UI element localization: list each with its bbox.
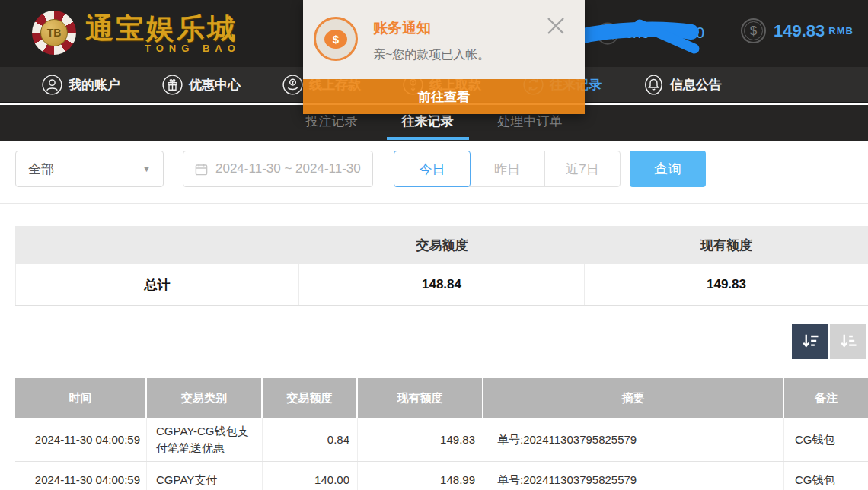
nav-item-my-account[interactable]: 我的账户 [42,75,120,95]
balance-display[interactable]: $ 149.83 RMB [741,18,854,43]
sort-descending-icon [799,331,821,352]
range-today-button[interactable]: 今日 [394,151,471,187]
notification-popup: $ 账务通知 亲~您的款项已入帐。 前往查看 [303,0,585,114]
type-dropdown[interactable]: 全部 ▼ [15,151,164,187]
sort-descending-button[interactable] [792,324,828,359]
chip-label: TB [40,19,68,46]
summary-header-current-amount: 现有额度 [585,226,868,264]
type-dropdown-value: 全部 [28,161,142,178]
range-last7days-button[interactable]: 近7日 [545,151,620,186]
sort-ascending-icon [838,331,859,352]
date-range-picker[interactable]: 2024-11-30 ~ 2024-11-30 [183,151,373,187]
brand-name-cn: 通宝娱乐城 [85,13,241,43]
brand-text: 通宝娱乐城 TONG BAO [85,13,241,53]
summary-total-trade-amount: 148.84 [299,264,585,305]
col-header-current-amount: 现有额度 [358,378,483,418]
chevron-down-icon: ▼ [142,164,151,173]
section-divider [0,203,868,204]
table-row: 2024-11-30 04:00:59 CGPAY支付 140.00 148.9… [15,462,868,490]
sort-controls [792,324,866,359]
money-message-icon: $ [314,17,358,61]
balance-amount: 149.83 [774,21,825,41]
calendar-icon [194,162,209,177]
col-header-time: 时间 [15,378,147,418]
go-view-button[interactable]: 前往查看 [303,79,585,114]
site-logo[interactable]: TB 通宝娱乐城 TONG BAO [32,11,241,55]
col-header-note: 备注 [784,378,868,418]
col-header-trade-amount: 交易额度 [263,378,358,418]
dollar-icon: $ [741,18,766,43]
notification-body: $ 账务通知 亲~您的款项已入帐。 [303,0,585,79]
summary-header-row: 交易额度 现有额度 [15,226,868,264]
summary-header-empty [15,226,299,264]
brand-name-en: TONG BAO [145,43,241,53]
quick-range-group: 今日 昨日 近7日 [394,151,621,187]
search-button[interactable]: 查询 [630,151,706,187]
deposit-icon [282,75,303,95]
nav-item-promotions[interactable]: 优惠中心 [162,75,241,95]
summary-table: 交易额度 现有额度 总计 148.84 149.83 [15,226,868,306]
summary-total-label: 总计 [15,264,299,305]
sort-ascending-button[interactable] [830,324,866,359]
close-icon[interactable] [544,14,568,38]
range-yesterday-button[interactable]: 昨日 [470,151,545,186]
nav-item-announcements[interactable]: 信息公告 [643,75,722,95]
records-header-row: 时间 交易类别 交易额度 现有额度 摘要 备注 [15,378,868,418]
censor-scribble [570,14,707,56]
gift-icon [162,75,183,95]
bell-icon [643,75,664,95]
notification-message: 亲~您的款项已入帐。 [373,47,490,63]
summary-total-row: 总计 148.84 149.83 [15,264,868,306]
records-table: 时间 交易类别 交易额度 现有额度 摘要 备注 2024-11-30 04:00… [15,378,868,490]
col-header-type: 交易类别 [147,378,263,418]
date-range-value: 2024-11-30 ~ 2024-11-30 [215,161,361,177]
summary-total-current-amount: 149.83 [585,264,868,305]
table-row: 2024-11-30 04:00:59 CGPAY-CG钱包支付笔笔送优惠 0.… [15,418,868,462]
poker-chip-icon: TB [32,11,76,55]
user-icon [42,75,62,95]
notification-title: 账务通知 [373,18,431,38]
balance-currency: RMB [828,25,854,37]
col-header-summary: 摘要 [483,378,784,418]
summary-header-trade-amount: 交易额度 [299,226,585,264]
